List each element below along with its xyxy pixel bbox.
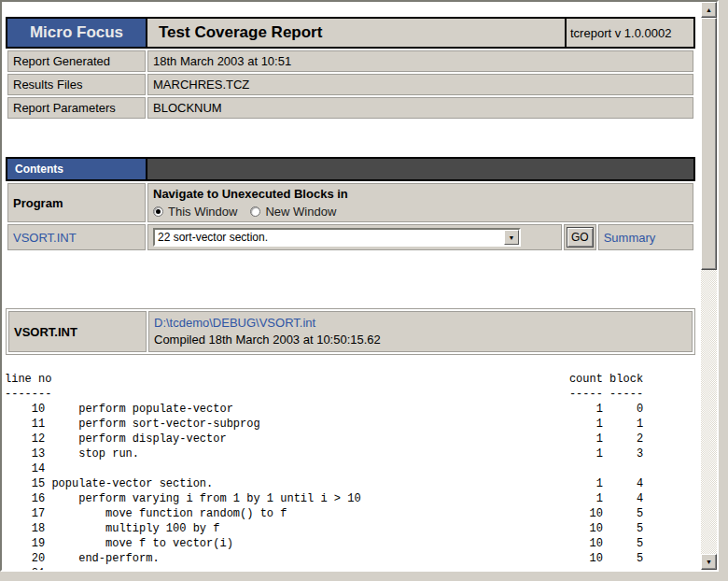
new-window-radio[interactable] (250, 206, 260, 217)
window-target-radio-group: This Window New Window (153, 205, 688, 219)
info-value: MARCHRES.TCZ (147, 74, 693, 95)
unexecuted-block-select[interactable]: 22 sort-vector section. ▼ (153, 228, 521, 247)
block-select-cell: 22 sort-vector section. ▼ (147, 224, 562, 250)
program-name: VSORT.INT (8, 311, 147, 352)
brand-logo: Micro Focus (7, 18, 147, 48)
table-row: VSORT.INT D:\tcdemo\DEBUG\VSORT.int Comp… (8, 311, 693, 352)
program-link-cell: VSORT.INT (7, 224, 146, 250)
contents-bar: Contents (6, 157, 695, 181)
report-content: Micro Focus Test Coverage Report tcrepor… (2, 17, 701, 572)
code-listing: line no count block ------- ----- ----- … (3, 372, 701, 572)
block-select-value: 22 sort-vector section. (155, 231, 504, 244)
contents-table: Program Navigate to Unexecuted Blocks in… (6, 181, 695, 252)
contents-bar-fill (147, 158, 694, 180)
report-header-table: Micro Focus Test Coverage Report tcrepor… (6, 17, 695, 49)
table-row: VSORT.INT 22 sort-vector section. ▼ GO S… (7, 224, 693, 250)
program-column-header: Program (7, 183, 146, 222)
summary-link[interactable]: Summary (604, 231, 656, 245)
scrollbar-thumb[interactable] (701, 18, 717, 270)
report-page: Micro Focus Test Coverage Report tcrepor… (0, 0, 719, 572)
info-value: BLOCKNUM (147, 97, 693, 119)
program-path-link[interactable]: D:\tcdemo\DEBUG\VSORT.int (154, 316, 315, 330)
program-header-table: VSORT.INT D:\tcdemo\DEBUG\VSORT.int Comp… (6, 308, 695, 355)
navigate-heading: Navigate to Unexecuted Blocks in (153, 187, 688, 201)
contents-heading: Contents (7, 158, 147, 180)
go-button[interactable]: GO (567, 227, 594, 248)
table-row: Results Files MARCHRES.TCZ (7, 74, 693, 95)
page-title: Test Coverage Report (147, 18, 566, 48)
info-value: 18th March 2003 at 10:51 (147, 50, 693, 72)
new-window-radio-label[interactable]: New Window (265, 205, 336, 219)
info-label: Results Files (7, 74, 146, 95)
summary-cell: Summary (598, 224, 693, 250)
table-row: Program Navigate to Unexecuted Blocks in… (7, 183, 693, 222)
program-compiled-text: Compiled 18th March 2003 at 10:50:15.62 (154, 332, 687, 348)
info-label: Report Generated (7, 50, 146, 72)
this-window-radio-label[interactable]: This Window (168, 205, 237, 219)
this-window-radio[interactable] (153, 206, 163, 217)
tool-version: tcreport v 1.0.0002 (566, 18, 694, 48)
program-details-cell: D:\tcdemo\DEBUG\VSORT.int Compiled 18th … (148, 311, 693, 352)
scroll-up-icon[interactable]: ▲ (701, 2, 717, 18)
table-row: Report Parameters BLOCKNUM (7, 97, 693, 119)
table-row: Report Generated 18th March 2003 at 10:5… (7, 50, 693, 72)
radio-dot-icon (156, 209, 161, 214)
program-link[interactable]: VSORT.INT (13, 231, 77, 245)
info-label: Report Parameters (7, 97, 146, 119)
chevron-down-icon[interactable]: ▼ (504, 230, 519, 245)
report-info-table: Report Generated 18th March 2003 at 10:5… (6, 49, 695, 120)
vertical-scrollbar[interactable]: ▲ ▼ (701, 2, 717, 570)
go-cell: GO (564, 224, 596, 250)
navigate-cell: Navigate to Unexecuted Blocks in This Wi… (147, 183, 693, 222)
scroll-down-icon[interactable]: ▼ (701, 554, 717, 570)
